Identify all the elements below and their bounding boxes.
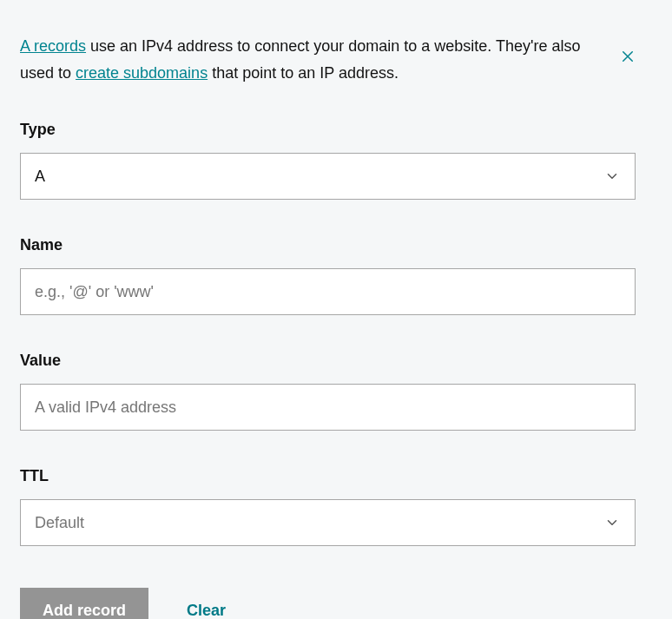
clear-button[interactable]: Clear	[187, 602, 226, 619]
info-text: A records use an IPv4 address to connect…	[0, 12, 656, 86]
value-input-wrapper	[20, 384, 636, 431]
value-input[interactable]	[20, 384, 636, 431]
a-records-link[interactable]: A records	[20, 37, 86, 55]
ttl-select-wrapper: Default	[20, 499, 636, 546]
name-label: Name	[20, 236, 636, 254]
type-select[interactable]: A	[20, 153, 636, 200]
ttl-field: TTL Default	[20, 467, 636, 546]
type-select-value: A	[35, 168, 45, 185]
form-actions: Add record Clear	[20, 588, 636, 619]
name-input[interactable]	[20, 268, 636, 315]
add-record-button[interactable]: Add record	[20, 588, 148, 619]
ttl-select-value: Default	[35, 514, 84, 531]
dns-form: Type A Name Value TTL	[0, 121, 656, 619]
dns-record-panel: A records use an IPv4 address to connect…	[0, 0, 656, 619]
type-select-wrapper: A	[20, 153, 636, 200]
name-input-wrapper	[20, 268, 636, 315]
value-label: Value	[20, 352, 636, 370]
ttl-label: TTL	[20, 467, 636, 485]
info-text-part2: that point to an IP address.	[208, 64, 399, 82]
type-field: Type A	[20, 121, 636, 200]
type-label: Type	[20, 121, 636, 139]
ttl-select[interactable]: Default	[20, 499, 636, 546]
name-field: Name	[20, 236, 636, 315]
create-subdomains-link[interactable]: create subdomains	[76, 64, 208, 82]
value-field: Value	[20, 352, 636, 431]
close-button[interactable]	[616, 45, 640, 69]
close-icon	[620, 49, 636, 67]
